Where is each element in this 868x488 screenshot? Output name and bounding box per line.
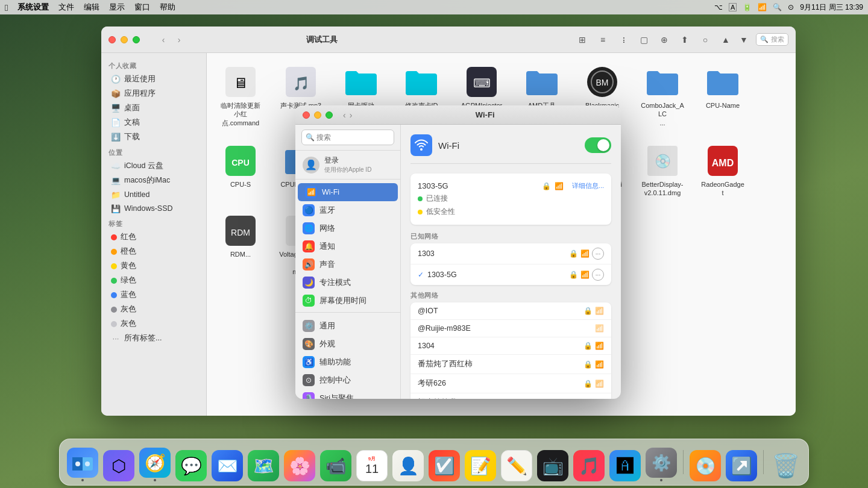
menu-edit[interactable]: 编辑 [84, 2, 99, 13]
dock-mail[interactable]: ✉️ [210, 448, 244, 481]
dock-messages[interactable]: 💬 [174, 448, 208, 481]
sidebar-item-icloud[interactable]: ☁️ iCloud 云盘 [104, 159, 204, 173]
menu-system[interactable]: 系统设置 [17, 2, 49, 13]
gallery-view-button[interactable]: ▢ [635, 33, 652, 46]
wifi-nav-controlcenter[interactable]: ⊙ 控制中心 [295, 371, 400, 389]
sidebar-item-imac[interactable]: 💻 macos的iMac [104, 174, 204, 187]
file-item-cpus[interactable]: CPU CPU-S [216, 142, 265, 200]
dock-photos[interactable]: 🌸 [283, 448, 316, 481]
wifi-nav-notifications[interactable]: 🔔 通知 [295, 237, 400, 255]
wifi-window-back[interactable]: ‹ [343, 110, 346, 120]
action-button[interactable]: ⊕ [656, 33, 673, 46]
close-button[interactable] [108, 36, 116, 43]
other-network-tomato[interactable]: 番茄炖了西红柿 🔒 📶 [410, 355, 611, 374]
search-bar[interactable]: 🔍 搜索 [756, 33, 788, 46]
file-item-radeongadget[interactable]: AMD RadeonGadget [699, 142, 747, 200]
icon-view-button[interactable]: ⊞ [574, 33, 591, 46]
other-network-1304[interactable]: 1304 🔒 📶 [410, 337, 611, 355]
maximize-button[interactable] [133, 36, 140, 43]
sidebar-item-windows-ssd[interactable]: 💾 Windows-SSD [104, 202, 204, 215]
file-item-folder-combojack[interactable]: ComboJack_ALC... [638, 63, 687, 130]
wifi-nav-network[interactable]: 🌐 网络 [295, 219, 400, 237]
dock-trash[interactable]: 🗑️ [769, 448, 802, 481]
dock-appstore[interactable]: 🅰 [608, 448, 642, 481]
sidebar-tag-yellow[interactable]: 黄色 [104, 259, 204, 273]
sidebar-item-recents[interactable]: 🕐 最近使用 [104, 72, 204, 86]
sidebar-tag-gray1[interactable]: 灰色 [104, 302, 204, 316]
nav-back-button[interactable]: ‹ [157, 33, 170, 46]
menubar-control-center-icon[interactable]: ⊙ [788, 3, 794, 11]
other-network-ruijie[interactable]: @Ruijie-m983E 📶 [410, 320, 611, 337]
more-1303-button[interactable]: ··· [592, 248, 604, 260]
wifi-nav-appearance[interactable]: 🎨 外观 [295, 335, 400, 353]
minimize-button[interactable] [121, 36, 128, 43]
sidebar-item-desktop[interactable]: 🖥️ 桌面 [104, 101, 204, 115]
sidebar-tag-gray2[interactable]: 灰色 [104, 317, 204, 331]
wifi-window-fwd[interactable]: › [350, 110, 353, 120]
dock-tv[interactable]: 📺 [536, 448, 570, 481]
more-1303-5g-button[interactable]: ··· [592, 269, 604, 281]
wifi-toggle[interactable] [585, 137, 611, 153]
list-view-button[interactable]: ≡ [594, 33, 611, 46]
column-view-button[interactable]: ⫶ [615, 33, 632, 46]
wifi-login-item[interactable]: 👤 登录 使用你的Apple ID [295, 151, 400, 180]
dock-notes[interactable]: 📝 [464, 448, 497, 481]
wifi-nav-siri[interactable]: 🎙️ Siri与聚焦 [295, 389, 400, 399]
wifi-close-button[interactable] [303, 111, 310, 119]
dock-sysprefs[interactable]: ⚙️ [644, 448, 678, 481]
menubar-search-icon[interactable]: 🔍 [773, 3, 782, 11]
sidebar-all-tags[interactable]: ··· 所有标签... [104, 331, 204, 345]
other-network-iot[interactable]: @IOT 🔒 📶 [410, 302, 611, 320]
wifi-search-input[interactable] [301, 130, 394, 145]
other-network-snail[interactable]: 蜗牛等等我 🔒 📶 [410, 393, 611, 399]
menu-help[interactable]: 帮助 [160, 2, 175, 13]
menubar-wifi-icon[interactable]: 📶 [758, 3, 767, 11]
wifi-minimize-button[interactable] [314, 111, 321, 119]
nav-forward-button[interactable]: › [172, 33, 186, 46]
sidebar-item-downloads[interactable]: ⬇️ 下载 [104, 130, 204, 144]
known-network-1303[interactable]: 1303 🔒 📶 ··· [410, 243, 611, 264]
dock-diskutil[interactable]: 💿 [688, 448, 722, 481]
wifi-nav-bluetooth[interactable]: 🔵 蓝牙 [295, 201, 400, 219]
wifi-detail-button[interactable]: 详细信息... [572, 181, 604, 190]
dock-migrate[interactable]: ↗️ [725, 448, 758, 481]
dock-contacts[interactable]: 👤 [391, 448, 425, 481]
dock-finder[interactable] [66, 448, 99, 481]
file-item-rdm[interactable]: RDM RDM... [216, 211, 265, 278]
wifi-maximize-button[interactable] [326, 111, 333, 119]
menu-view[interactable]: 显示 [109, 2, 125, 13]
known-network-1303-5g[interactable]: ✓ 1303-5G 🔒 📶 ··· [410, 264, 611, 285]
wifi-nav-sound[interactable]: 🔊 声音 [295, 255, 400, 274]
dock-calendar[interactable]: 9月 11 [355, 448, 389, 481]
sort-up-button[interactable]: ▲ [717, 33, 734, 46]
sidebar-item-documents[interactable]: 📄 文稿 [104, 116, 204, 130]
menu-file[interactable]: 文件 [58, 2, 74, 13]
wifi-nav-accessibility[interactable]: ♿ 辅助功能 [295, 353, 400, 371]
sidebar-tag-orange[interactable]: 橙色 [104, 245, 204, 258]
wifi-nav-screentime[interactable]: ⏱ 屏幕使用时间 [295, 292, 400, 310]
sidebar-tag-red[interactable]: 红色 [104, 230, 204, 244]
other-network-kaoyuan[interactable]: 考研626 🔒 📶 [410, 374, 611, 393]
dock-safari[interactable]: 🧭 [138, 448, 172, 481]
sidebar-item-apps[interactable]: 📦 应用程序 [104, 87, 204, 101]
sidebar-tag-green[interactable]: 绿色 [104, 274, 204, 287]
dock-launchpad[interactable]: ⬡ [102, 448, 136, 481]
wifi-nav-wifi[interactable]: 📶 Wi-Fi [298, 183, 398, 201]
tag-button[interactable]: ○ [697, 33, 714, 46]
file-item-folder-cpuname[interactable]: CPU-Name [699, 63, 747, 130]
sort-down-button[interactable]: ▼ [735, 33, 752, 46]
dock-freeform[interactable]: ✏️ [500, 448, 533, 481]
dock-music[interactable]: 🎵 [572, 448, 606, 481]
wifi-nav-focus[interactable]: 🌙 专注模式 [295, 274, 400, 292]
share-button[interactable]: ⬆ [676, 33, 693, 46]
wifi-nav-general[interactable]: ⚙️ 通用 [295, 317, 400, 335]
dock-facetime[interactable]: 📹 [319, 448, 353, 481]
file-item-command1[interactable]: 🖥 临时清除更新小红点.command [216, 63, 265, 130]
sidebar-tag-blue[interactable]: 蓝色 [104, 288, 204, 302]
file-item-betterdisplay-dmg[interactable]: 💿 BetterDisplay-v2.0.11.dmg [638, 142, 687, 200]
sidebar-item-untitled[interactable]: 📁 Untitled [104, 188, 204, 201]
dock-reminders[interactable]: ☑️ [427, 448, 461, 481]
apple-menu[interactable]:  [5, 2, 8, 13]
dock-maps[interactable]: 🗺️ [247, 448, 280, 481]
menu-window[interactable]: 窗口 [134, 2, 150, 13]
